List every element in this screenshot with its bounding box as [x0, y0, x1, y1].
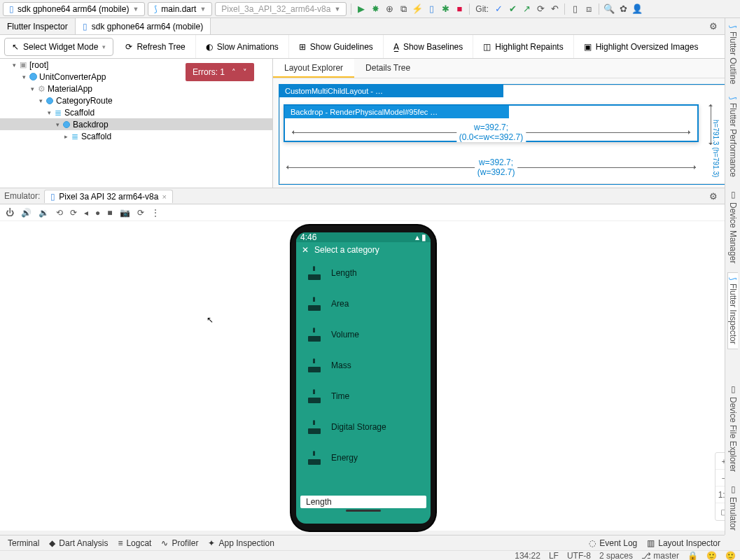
settings-icon[interactable]: ✿ [617, 4, 629, 15]
details-tree-tab[interactable]: Details Tree [354, 59, 421, 78]
inner-widget-header[interactable]: Backdrop - RenderPhysicalModel#95fec … [285, 106, 509, 118]
device-selector[interactable]: ▯ sdk gphone64 arm64 (mobile) ▼ [3, 2, 145, 16]
show-guidelines-button[interactable]: ⊞ Show Guidelines [289, 35, 384, 58]
line-separator[interactable]: LF [549, 551, 559, 561]
profiler-tab[interactable]: ∿Profiler [161, 538, 198, 548]
highlight-repaints-button[interactable]: ◫ Highlight Repaints [473, 35, 573, 58]
category-area[interactable]: Area [296, 288, 431, 319]
git-branch[interactable]: ⎇ master [641, 551, 679, 561]
inner-widget-box[interactable]: Backdrop - RenderPhysicalModel#95fec … w… [284, 104, 699, 142]
category-time[interactable]: Time [296, 381, 431, 412]
slow-animations-button[interactable]: ◐ Slow Animations [196, 35, 289, 58]
indent-setting[interactable]: 2 spaces [599, 551, 633, 561]
attach-icon[interactable]: ▯ [426, 4, 437, 15]
errors-up-icon[interactable]: ˄ [232, 68, 236, 77]
show-baselines-button[interactable]: A̲ Show Baselines [384, 35, 473, 58]
avatar-icon[interactable]: 👤 [631, 4, 643, 15]
power-icon[interactable]: ⏻ [6, 208, 14, 218]
category-digital-storage[interactable]: Digital Storage [296, 412, 431, 442]
terminal-tab[interactable]: Terminal [4, 538, 39, 548]
select-widget-mode-button[interactable]: ↖ Select Widget Mode ▾ [4, 38, 113, 56]
highlight-oversized-button[interactable]: ▣ Highlight Oversized Images [574, 35, 708, 58]
tree-item-categoryroute[interactable]: ▾CategoryRoute [0, 94, 272, 106]
category-volume[interactable]: Volume [296, 319, 431, 350]
volume-up-icon[interactable]: 🔊 [21, 208, 32, 218]
tree-item-backdrop[interactable]: ▾Backdrop [0, 118, 272, 130]
category-list[interactable]: Length Area Volume Mass Time Digital Sto… [296, 258, 431, 473]
tree-item-scaffold-inner[interactable]: ▸≣Scaffold [0, 130, 272, 142]
errors-chip[interactable]: Errors: 1 ˄ ˅ [186, 63, 254, 81]
cursor-position[interactable]: 134:22 [515, 551, 540, 561]
sdk-mgr-icon[interactable]: ⧈ [583, 4, 594, 15]
layout-explorer-tab[interactable]: Layout Explorer [273, 59, 354, 78]
emulator-viewport[interactable]: ↖ 4:46 ▴ ▮ ✕ Select a category Length Ar… [0, 221, 740, 531]
search-icon[interactable]: 🔍 [603, 4, 615, 15]
debug-icon[interactable]: ✸ [370, 4, 381, 15]
tree-item-scaffold[interactable]: ▾≣Scaffold [0, 106, 272, 118]
volume-down-icon[interactable]: 🔉 [39, 208, 49, 218]
back-icon[interactable]: ◂ [84, 208, 88, 218]
collapse-icon[interactable]: ▾ [20, 74, 28, 80]
screenshot-icon[interactable]: 📷 [120, 208, 130, 218]
errors-down-icon[interactable]: ˅ [243, 68, 247, 77]
face-icon[interactable]: 🙂 [725, 551, 736, 561]
gear-icon[interactable]: ⚙ [708, 21, 719, 32]
hot-reload-icon[interactable]: ⚡ [412, 4, 423, 15]
git-push-icon[interactable]: ↗ [521, 4, 532, 15]
rail-device-manager[interactable]: ▯Device Manager [728, 186, 738, 267]
device-inspector-tab[interactable]: ▯ sdk gphone64 arm64 (mobile) [76, 18, 211, 34]
overview-icon[interactable]: ■ [107, 208, 112, 218]
flutter-attach-icon[interactable]: ✱ [440, 4, 451, 15]
flutter-inspector-tab[interactable]: Flutter Inspector [0, 18, 76, 34]
rail-flutter-outline[interactable]: ⟆Flutter Outline [728, 21, 738, 88]
nav-pill[interactable] [346, 510, 381, 512]
git-rollback-icon[interactable]: ↶ [549, 4, 560, 15]
collapse-icon[interactable]: ▾ [53, 121, 62, 128]
logcat-tab[interactable]: ≡Logcat [118, 538, 151, 548]
more-icon[interactable]: ⋮ [151, 208, 160, 218]
event-log-tab[interactable]: ◌Event Log [589, 538, 637, 548]
git-update-icon[interactable]: ✓ [493, 4, 504, 15]
layout-inspector-tab[interactable]: ▥Layout Inspector [647, 538, 720, 548]
rail-emulator[interactable]: ▯Emulator [728, 480, 738, 535]
phone-screen[interactable]: 4:46 ▴ ▮ ✕ Select a category Length Area… [296, 232, 431, 524]
coverage-icon[interactable]: ⊕ [384, 4, 395, 15]
emulator-tab[interactable]: ▯ Pixel 3a API 32 arm64-v8a × [44, 190, 173, 203]
app-inspection-tab[interactable]: ✦App Inspection [208, 538, 274, 548]
collapse-icon[interactable]: ▾ [36, 97, 45, 104]
dart-analysis-tab[interactable]: ◆Dart Analysis [49, 538, 108, 548]
expand-icon[interactable]: ▸ [62, 133, 70, 140]
category-energy[interactable]: Energy [296, 442, 431, 473]
collapse-icon[interactable]: ▾ [10, 62, 18, 69]
record-icon[interactable]: ⟳ [137, 208, 144, 218]
close-icon[interactable]: × [162, 192, 166, 201]
rail-device-file-explorer[interactable]: ▯Device File Explorer [728, 380, 738, 476]
file-encoding[interactable]: UTF-8 [567, 551, 591, 561]
refresh-tree-button[interactable]: ⟳ Refresh Tree [116, 35, 195, 58]
collapse-icon[interactable]: ▾ [45, 109, 53, 116]
gear-icon[interactable]: ⚙ [708, 190, 719, 202]
category-length[interactable]: Length [296, 258, 431, 288]
stop-icon[interactable]: ■ [454, 4, 465, 15]
git-commit-icon[interactable]: ✔ [507, 4, 518, 15]
git-history-icon[interactable]: ⟳ [535, 4, 546, 15]
home-icon[interactable]: ● [95, 208, 100, 218]
lock-icon[interactable]: 🔒 [687, 551, 698, 561]
category-mass[interactable]: Mass [296, 350, 431, 381]
outer-widget-header[interactable]: CustomMultiChildLayout - … [279, 85, 503, 97]
run-icon[interactable]: ▶ [356, 4, 367, 15]
tree-item-materialapp[interactable]: ▾⚙MaterialApp [0, 83, 272, 94]
layout-canvas[interactable]: CustomMultiChildLayout - … Backdrop - Re… [279, 84, 732, 185]
rail-flutter-inspector[interactable]: ⟆Flutter Inspector [727, 272, 738, 349]
run-config-selector[interactable]: Pixel_3a_API_32_arm64-v8a ▼ [215, 2, 347, 16]
selected-category-bar[interactable]: Length [300, 496, 426, 508]
close-icon[interactable]: ✕ [302, 245, 309, 255]
rail-flutter-performance[interactable]: ⟆Flutter Performance [728, 92, 738, 181]
rotate-left-icon[interactable]: ⟲ [56, 208, 63, 218]
run-file-selector[interactable]: ⟆ main.dart ▼ [148, 2, 212, 16]
face-icon[interactable]: 🙂 [706, 551, 717, 561]
device-mgr-icon[interactable]: ▯ [569, 4, 580, 15]
rotate-right-icon[interactable]: ⟳ [70, 208, 77, 218]
profile-icon[interactable]: ⧉ [398, 4, 409, 15]
collapse-icon[interactable]: ▾ [28, 85, 36, 92]
